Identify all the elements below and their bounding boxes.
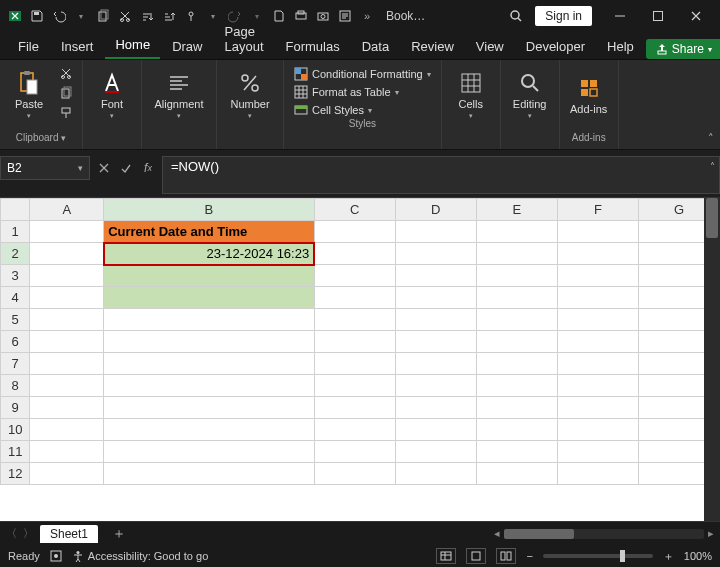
select-all-corner[interactable] [1,199,30,221]
cells-button[interactable]: Cells ▾ [448,62,494,128]
chevron-down-icon[interactable]: ▾ [78,163,83,173]
zoom-in-button[interactable]: ＋ [663,549,674,564]
fx-button[interactable]: fx [138,156,158,180]
tab-draw[interactable]: Draw [162,34,212,59]
view-page-break-button[interactable] [496,548,516,564]
tab-data[interactable]: Data [352,34,399,59]
cancel-formula-button[interactable] [94,156,114,180]
row-header-9[interactable]: 9 [1,397,30,419]
styles-group-label: Styles [349,118,376,131]
name-box[interactable]: B2 ▾ [0,156,90,180]
cell-B3[interactable] [104,265,315,287]
accessibility-status[interactable]: Accessibility: Good to go [72,550,208,562]
maximize-button[interactable] [640,2,676,30]
col-header-B[interactable]: B [104,199,315,221]
add-sheet-button[interactable]: ＋ [104,525,134,543]
formula-input[interactable]: =NOW() ˄ [162,156,720,194]
overflow-icon[interactable]: » [358,7,376,25]
tab-review[interactable]: Review [401,34,464,59]
sort-desc-icon[interactable] [160,7,178,25]
svg-rect-2 [99,12,106,21]
editing-button[interactable]: Editing ▾ [507,62,553,128]
horizontal-scrollbar[interactable] [504,529,704,539]
zoom-out-button[interactable]: − [526,550,532,562]
row-header-12[interactable]: 12 [1,463,30,485]
hscroll-right[interactable]: ▸ [708,527,714,540]
row-header-2[interactable]: 2 [1,243,30,265]
enter-formula-button[interactable] [116,156,136,180]
sheet-tab-sheet1[interactable]: Sheet1 [40,525,98,543]
view-normal-button[interactable] [436,548,456,564]
cell-B4[interactable] [104,287,315,309]
form-icon[interactable] [336,7,354,25]
paste-button[interactable]: Paste ▾ [6,62,52,128]
save-icon[interactable] [28,7,46,25]
copy-button[interactable] [56,84,76,102]
row-header-6[interactable]: 6 [1,331,30,353]
cell-styles-button[interactable]: Cell Styles ▾ [290,102,435,118]
row-header-11[interactable]: 11 [1,441,30,463]
dialog-launcher-icon[interactable]: ▾ [61,133,66,143]
format-painter-button[interactable] [56,104,76,122]
row-header-1[interactable]: 1 [1,221,30,243]
cut-button[interactable] [56,64,76,82]
row-header-10[interactable]: 10 [1,419,30,441]
minimize-button[interactable] [602,2,638,30]
view-page-layout-button[interactable] [466,548,486,564]
cell-B1[interactable]: Current Date and Time [104,221,315,243]
sheet-nav-next[interactable]: 〉 [23,526,34,541]
tab-view[interactable]: View [466,34,514,59]
col-header-E[interactable]: E [476,199,557,221]
tab-help[interactable]: Help [597,34,644,59]
alignment-button[interactable]: Alignment ▾ [148,62,210,128]
expand-formula-icon[interactable]: ˄ [710,161,715,172]
col-header-D[interactable]: D [395,199,476,221]
col-header-A[interactable]: A [30,199,104,221]
share-button[interactable]: Share ▾ [646,39,720,59]
alignment-icon [166,70,192,96]
cell-grid[interactable]: A B C D E F G 1Current Date and Time 223… [0,198,720,485]
row-header-3[interactable]: 3 [1,265,30,287]
row-header-5[interactable]: 5 [1,309,30,331]
macro-record-icon[interactable] [50,550,62,562]
tab-formulas[interactable]: Formulas [276,34,350,59]
table-icon [294,85,308,99]
tab-home[interactable]: Home [105,32,160,59]
conditional-formatting-button[interactable]: Conditional Formatting ▾ [290,66,435,82]
col-header-F[interactable]: F [557,199,638,221]
search-icon[interactable] [507,7,525,25]
tab-developer[interactable]: Developer [516,34,595,59]
workbook-name[interactable]: Book… [386,9,425,23]
svg-rect-36 [581,89,588,96]
row-header-4[interactable]: 4 [1,287,30,309]
zoom-level[interactable]: 100% [684,550,712,562]
hscroll-left[interactable]: ◂ [494,527,500,540]
font-button[interactable]: Font ▾ [89,62,135,128]
col-header-C[interactable]: C [314,199,395,221]
copy-icon[interactable] [94,7,112,25]
format-as-table-button[interactable]: Format as Table ▾ [290,84,435,100]
camera-icon[interactable] [314,7,332,25]
row-header-8[interactable]: 8 [1,375,30,397]
addins-button[interactable]: Add-ins [566,62,612,128]
undo-icon[interactable] [50,7,68,25]
close-button[interactable] [678,2,714,30]
cell-B2[interactable]: 23-12-2024 16:23 [104,243,315,265]
svg-rect-31 [295,106,307,109]
print-preview-icon[interactable] [292,7,310,25]
tab-file[interactable]: File [8,34,49,59]
zoom-slider[interactable] [543,554,653,558]
tab-page-layout[interactable]: Page Layout [215,19,274,59]
row-header-7[interactable]: 7 [1,353,30,375]
signin-button[interactable]: Sign in [535,6,592,26]
cut-icon[interactable] [116,7,134,25]
sort-asc-icon[interactable] [138,7,156,25]
conditional-formatting-icon [294,67,308,81]
sheet-nav-prev[interactable]: 〈 [6,526,17,541]
touch-icon[interactable] [182,7,200,25]
tab-insert[interactable]: Insert [51,34,104,59]
chevron-down-icon[interactable]: ▾ [72,7,90,25]
collapse-ribbon-icon[interactable]: ˄ [708,132,714,145]
vertical-scrollbar[interactable] [704,198,720,521]
number-button[interactable]: Number ▾ [223,62,277,128]
